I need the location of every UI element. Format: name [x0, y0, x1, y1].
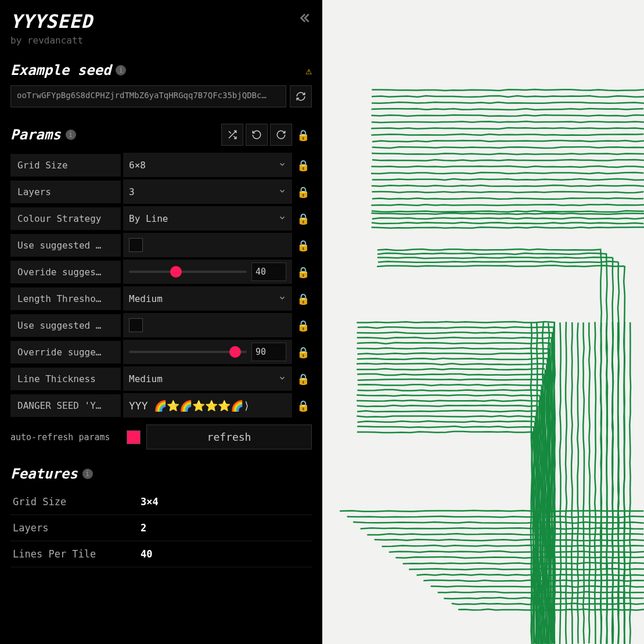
feature-value: 40: [141, 548, 152, 560]
features-section-title: Features i: [10, 466, 93, 482]
feature-value: 2: [141, 522, 146, 534]
lock-icon[interactable]: 🔒: [294, 266, 312, 278]
slider-value-input[interactable]: [251, 262, 286, 281]
param-label: Overide sugges…: [10, 261, 121, 283]
feature-label: Layers: [13, 522, 141, 534]
select-value: Medium: [129, 293, 163, 304]
param-label: DANGER SEED 'Y…: [10, 394, 121, 417]
lock-icon[interactable]: 🔒: [294, 213, 312, 225]
feature-label: Grid Size: [13, 496, 141, 508]
refresh-button[interactable]: refresh: [146, 424, 312, 449]
artwork-canvas: [322, 0, 644, 644]
param-control[interactable]: [123, 260, 292, 284]
param-control[interactable]: [123, 233, 292, 257]
info-icon[interactable]: i: [116, 65, 126, 75]
param-control[interactable]: By Line: [123, 206, 292, 231]
seed-input[interactable]: ooTrwGFYpBg6S8dCPHZjrdTMbZ6yaTqHRGqq7B7Q…: [10, 85, 286, 107]
lock-icon[interactable]: 🔒: [294, 186, 312, 198]
redo-button[interactable]: [270, 124, 292, 146]
param-control[interactable]: YYY 🌈⭐🌈⭐⭐⭐🌈⟩: [123, 393, 292, 418]
lock-all-icon[interactable]: 🔒: [294, 129, 312, 141]
chevron-down-icon: [278, 294, 286, 304]
lock-icon[interactable]: 🔒: [294, 346, 312, 358]
param-label: Length Thresho…: [10, 287, 121, 310]
param-label: Line Thickness: [10, 368, 121, 390]
lock-icon[interactable]: 🔒: [294, 239, 312, 251]
param-label: Use suggested …: [10, 314, 121, 337]
info-icon[interactable]: i: [66, 129, 76, 140]
shuffle-button[interactable]: [221, 124, 243, 146]
feature-row: Lines Per Tile40: [10, 541, 312, 567]
regenerate-seed-button[interactable]: [290, 85, 312, 107]
param-control[interactable]: 6×8: [123, 153, 292, 177]
checkbox[interactable]: [129, 238, 143, 252]
lock-icon[interactable]: 🔒: [294, 159, 312, 171]
slider-value-input[interactable]: [251, 343, 286, 361]
select-value: By Line: [129, 213, 168, 224]
seed-section-title: Example seed i: [10, 62, 126, 78]
warning-icon: ⚠: [305, 64, 312, 77]
param-control[interactable]: Medium: [123, 366, 292, 391]
chevron-down-icon: [278, 160, 286, 170]
slider-thumb[interactable]: [170, 266, 182, 278]
feature-row: Grid Size3×4: [10, 489, 312, 515]
auto-refresh-checkbox[interactable]: [127, 430, 141, 444]
param-control[interactable]: Medium: [123, 286, 292, 311]
lock-icon[interactable]: 🔒: [294, 319, 312, 332]
collapse-panel-icon[interactable]: [297, 10, 312, 30]
param-control[interactable]: 3: [123, 179, 292, 204]
param-control[interactable]: [123, 340, 292, 364]
controls-panel: YYYSEED by revdancatt Example seed i ⚠ o…: [0, 0, 322, 644]
slider[interactable]: [129, 271, 247, 273]
select-value: 6×8: [129, 160, 146, 171]
checkbox[interactable]: [129, 318, 143, 332]
app-title: YYYSEED: [10, 10, 93, 33]
feature-value: 3×4: [141, 496, 159, 508]
param-label: Override sugge…: [10, 341, 121, 364]
chevron-down-icon: [278, 374, 286, 384]
chevron-down-icon: [278, 187, 286, 197]
select-value: Medium: [129, 373, 163, 384]
param-control[interactable]: [123, 313, 292, 337]
undo-button[interactable]: [246, 124, 268, 146]
info-icon[interactable]: i: [82, 469, 93, 479]
lock-icon[interactable]: 🔒: [294, 373, 312, 385]
param-label: Use suggested …: [10, 234, 121, 257]
slider-thumb[interactable]: [229, 346, 241, 358]
auto-refresh-label: auto-refresh params: [10, 432, 121, 442]
params-section-title: Params i: [10, 127, 76, 143]
param-label: Grid Size: [10, 154, 121, 177]
lock-icon[interactable]: 🔒: [294, 293, 312, 305]
select-value: 3: [129, 186, 135, 197]
param-label: Colour Strategy: [10, 207, 121, 230]
chevron-down-icon: [278, 214, 286, 224]
author-line: by revdancatt: [10, 35, 93, 46]
slider[interactable]: [129, 351, 247, 353]
lock-icon[interactable]: 🔒: [294, 400, 312, 412]
param-label: Layers: [10, 181, 121, 203]
text-input[interactable]: YYY 🌈⭐🌈⭐⭐⭐🌈⟩: [129, 400, 286, 412]
feature-row: Layers2: [10, 515, 312, 541]
feature-label: Lines Per Tile: [13, 548, 141, 560]
